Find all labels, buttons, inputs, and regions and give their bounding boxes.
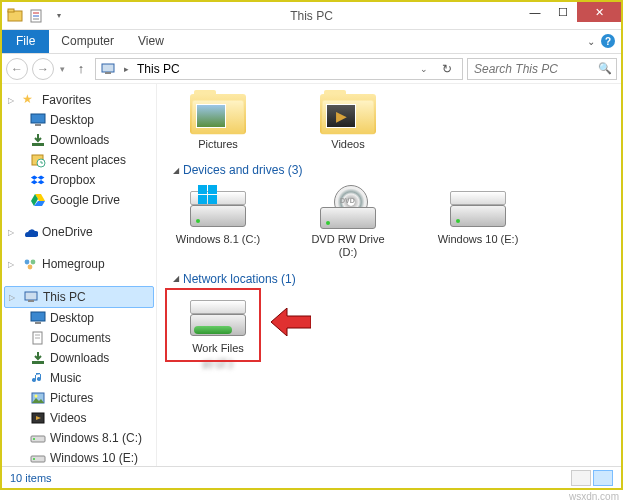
nav-item-desktop[interactable]: Desktop [4, 110, 154, 130]
svg-rect-9 [35, 124, 41, 126]
svg-rect-35 [198, 195, 207, 204]
annotation-highlight [165, 288, 261, 362]
downloads-icon [30, 350, 46, 366]
svg-point-15 [28, 265, 33, 270]
svg-point-14 [31, 260, 36, 265]
videos-icon [30, 410, 46, 426]
explorer-window: ▾ This PC — ☐ ✕ File Computer View ⌄ ? ←… [0, 0, 623, 490]
svg-rect-18 [31, 312, 45, 321]
onedrive-icon [22, 224, 38, 240]
dropbox-icon [30, 172, 46, 188]
star-icon: ★ [22, 92, 38, 108]
tab-computer[interactable]: Computer [49, 30, 126, 53]
properties-icon[interactable] [28, 7, 46, 25]
desktop-icon [30, 310, 46, 326]
nav-homegroup-label: Homegroup [42, 257, 105, 271]
minimize-button[interactable]: — [521, 2, 549, 22]
nav-favorites-label: Favorites [42, 93, 91, 107]
desktop-icon [30, 112, 46, 128]
pictures-icon [30, 390, 46, 406]
svg-rect-1 [8, 9, 14, 12]
navigation-pane[interactable]: ★Favorites Desktop Downloads Recent plac… [2, 84, 157, 466]
address-location: This PC [137, 62, 180, 76]
app-icon[interactable] [6, 7, 24, 25]
googledrive-icon [30, 192, 46, 208]
thispc-icon [100, 61, 116, 77]
downloads-icon [30, 132, 46, 148]
svg-rect-16 [25, 292, 37, 300]
svg-rect-23 [32, 361, 44, 364]
nav-pc-drive-e[interactable]: Windows 10 (E:) [4, 448, 154, 466]
music-icon [30, 370, 46, 386]
svg-rect-8 [31, 114, 45, 123]
svg-rect-34 [208, 185, 217, 194]
up-button[interactable]: ↑ [71, 59, 91, 79]
forward-button[interactable]: → [32, 58, 54, 80]
nav-pc-documents[interactable]: Documents [4, 328, 154, 348]
nav-pc-desktop[interactable]: Desktop [4, 308, 154, 328]
address-chevron-icon[interactable]: ▸ [120, 64, 133, 74]
svg-point-25 [35, 395, 38, 398]
refresh-button[interactable]: ↻ [436, 62, 458, 76]
drive-c[interactable]: Windows 8.1 (C:) [173, 183, 263, 259]
pictures-folder-icon [186, 88, 250, 136]
ribbon-tabs: File Computer View ⌄ ? [2, 30, 621, 54]
section-network[interactable]: Network locations (1) [173, 272, 609, 286]
status-bar: 10 items [2, 466, 621, 488]
drive-icon [30, 430, 46, 446]
maximize-button[interactable]: ☐ [549, 2, 577, 22]
search-box[interactable]: 🔍 [467, 58, 617, 80]
svg-rect-6 [102, 64, 114, 72]
nav-pc-drive-c[interactable]: Windows 8.1 (C:) [4, 428, 154, 448]
details-view-button[interactable] [571, 470, 591, 486]
nav-item-downloads[interactable]: Downloads [4, 130, 154, 150]
documents-icon [30, 330, 46, 346]
svg-rect-19 [35, 322, 41, 324]
svg-point-13 [25, 260, 30, 265]
file-tab[interactable]: File [2, 30, 49, 53]
folder-videos[interactable]: ▶ Videos [303, 88, 393, 151]
svg-rect-10 [32, 143, 44, 146]
nav-pc-music[interactable]: Music [4, 368, 154, 388]
watermark: wsxdn.com [569, 491, 619, 502]
nav-pc-pictures[interactable]: Pictures [4, 388, 154, 408]
dvd-drive-icon [316, 183, 380, 231]
qat-dropdown[interactable]: ▾ [50, 7, 68, 25]
title-bar: ▾ This PC — ☐ ✕ [2, 2, 621, 30]
folder-pictures[interactable]: Pictures [173, 88, 263, 151]
drive-c-icon [186, 183, 250, 231]
nav-item-dropbox[interactable]: Dropbox [4, 170, 154, 190]
search-input[interactable] [472, 61, 612, 77]
history-dropdown[interactable]: ▾ [58, 64, 67, 74]
nav-onedrive-label: OneDrive [42, 225, 93, 239]
nav-favorites[interactable]: ★Favorites [4, 90, 154, 110]
videos-folder-icon: ▶ [316, 88, 380, 136]
nav-item-googledrive[interactable]: Google Drive [4, 190, 154, 210]
nav-thispc[interactable]: This PC [4, 286, 154, 308]
nav-thispc-label: This PC [43, 290, 86, 304]
expand-ribbon-icon[interactable]: ⌄ [587, 36, 595, 47]
tab-view[interactable]: View [126, 30, 176, 53]
content-pane[interactable]: Pictures ▶ Videos Devices and drives (3)… [157, 84, 621, 466]
svg-rect-7 [105, 72, 111, 74]
nav-item-recent[interactable]: Recent places [4, 150, 154, 170]
close-button[interactable]: ✕ [577, 2, 621, 22]
nav-pc-downloads[interactable]: Downloads [4, 348, 154, 368]
drive-dvd[interactable]: DVD RW Drive (D:) [303, 183, 393, 259]
back-button[interactable]: ← [6, 58, 28, 80]
nav-onedrive[interactable]: OneDrive [4, 222, 154, 242]
drive-e-icon [446, 183, 510, 231]
drive-e[interactable]: Windows 10 (E:) [433, 183, 523, 259]
nav-pc-videos[interactable]: Videos [4, 408, 154, 428]
section-devices[interactable]: Devices and drives (3) [173, 163, 609, 177]
recent-icon [30, 152, 46, 168]
annotation-arrow-icon [271, 308, 311, 336]
help-icon[interactable]: ? [601, 34, 615, 48]
status-text: 10 items [10, 472, 52, 484]
svg-rect-36 [208, 195, 217, 204]
address-dropdown-icon[interactable]: ⌄ [416, 64, 432, 74]
nav-homegroup[interactable]: Homegroup [4, 254, 154, 274]
icons-view-button[interactable] [593, 470, 613, 486]
svg-point-28 [33, 438, 35, 440]
address-bar[interactable]: ▸ This PC ⌄ ↻ [95, 58, 463, 80]
